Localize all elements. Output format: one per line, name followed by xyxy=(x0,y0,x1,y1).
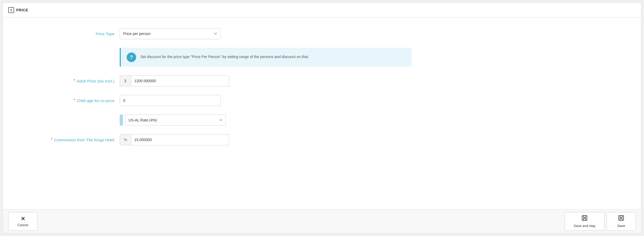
svg-rect-1 xyxy=(583,216,586,217)
tax-rate-control: US-AL Rate (4%) xyxy=(120,115,226,126)
save-and-stay-button[interactable]: Save and stay xyxy=(565,212,604,231)
dollar-prefix: $ xyxy=(120,75,131,86)
commission-row: * Commission from The Kings Hotel % xyxy=(19,134,625,145)
svg-rect-5 xyxy=(620,218,622,220)
price-type-control: Price per person xyxy=(120,28,221,39)
percent-prefix: % xyxy=(120,134,131,145)
save-stay-icon xyxy=(581,215,588,223)
svg-rect-4 xyxy=(620,216,622,217)
info-icon: ? xyxy=(127,53,136,62)
commission-label: * Commission from The Kings Hotel xyxy=(19,137,120,142)
child-age-control xyxy=(120,95,221,106)
price-type-label: Price Type xyxy=(19,32,120,36)
save-icon xyxy=(618,215,624,223)
child-age-row: * Child age for no price xyxy=(19,95,625,106)
adult-price-input[interactable] xyxy=(131,75,229,86)
adult-price-label: * Adult Price (tax excl.) xyxy=(19,78,120,83)
footer-right: Save and stay Save xyxy=(565,212,636,231)
required-star-adult: * xyxy=(74,78,75,83)
panel-content: Price Type Price per person ? Set discou… xyxy=(3,18,641,209)
adult-price-control: $ xyxy=(120,75,229,86)
info-text: Set discount for the price type "Price P… xyxy=(140,53,309,60)
cancel-icon: ✕ xyxy=(21,216,25,222)
child-age-input[interactable] xyxy=(120,95,221,106)
panel-title: PRICE xyxy=(16,8,28,12)
price-type-row: Price Type Price per person xyxy=(19,28,625,39)
adult-price-row: * Adult Price (tax excl.) $ xyxy=(19,75,625,86)
required-star-commission: * xyxy=(51,137,52,142)
footer: ✕ Cancel Save and stay xyxy=(3,209,641,233)
svg-rect-0 xyxy=(582,216,587,220)
svg-rect-3 xyxy=(619,216,624,220)
tax-rate-select[interactable]: US-AL Rate (4%) xyxy=(125,115,226,126)
panel-header: $ PRICE xyxy=(3,3,641,18)
required-star-child: * xyxy=(73,98,75,103)
commission-control: % xyxy=(120,134,229,145)
save-button[interactable]: Save xyxy=(607,212,636,231)
price-icon: $ xyxy=(8,7,14,13)
main-panel: $ PRICE Price Type Price per person ? Se… xyxy=(3,3,641,233)
info-box: ? Set discount for the price type "Price… xyxy=(120,48,412,67)
svg-rect-2 xyxy=(583,218,586,220)
tax-indicator xyxy=(120,115,123,126)
commission-input[interactable] xyxy=(131,134,229,145)
tax-rate-row: US-AL Rate (4%) xyxy=(19,115,625,126)
child-age-label: * Child age for no price xyxy=(19,98,120,103)
cancel-button[interactable]: ✕ Cancel xyxy=(8,212,37,231)
price-type-select[interactable]: Price per person xyxy=(120,28,221,39)
